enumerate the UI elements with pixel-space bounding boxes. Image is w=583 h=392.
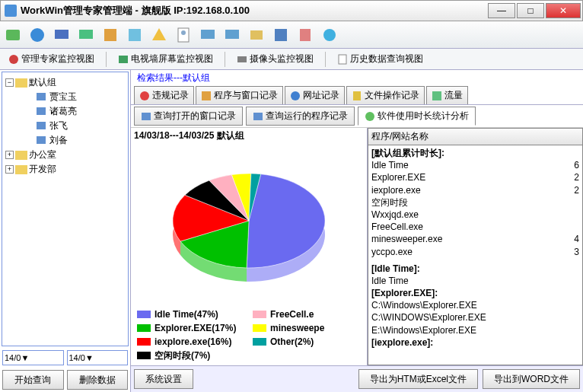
chart-header: 14/03/18---14/03/25 默认组 (131, 128, 367, 144)
list-item[interactable]: Wxxjqd.exe (371, 209, 579, 221)
tree-user[interactable]: 刘备 (5, 133, 125, 148)
search-result-label: 检索结果---默认组 (131, 70, 583, 86)
date-to-input[interactable]: 14/0▼ (67, 350, 129, 365)
list-item[interactable]: Idle Time (371, 275, 579, 287)
svg-point-1 (30, 28, 44, 42)
list-item[interactable]: 空闲时段 (371, 196, 579, 209)
tree-group-dev[interactable]: +开发部 (5, 162, 125, 177)
toolbar-icon-14[interactable] (320, 25, 339, 45)
list-item[interactable]: Explorer.EXE2 (371, 171, 579, 183)
delete-data-button[interactable]: 删除数据 (67, 370, 129, 390)
subtab-usage-stats[interactable]: 软件使用时长统计分析 (358, 107, 476, 126)
svg-rect-4 (104, 29, 116, 41)
separator (325, 52, 326, 67)
toolbar-icon-8[interactable] (174, 25, 193, 45)
list-item[interactable]: minesweeper.exe4 (371, 233, 579, 245)
svg-point-28 (291, 91, 300, 100)
list-group: [Explorer.EXE]: (371, 287, 579, 299)
toolbar-icon-2[interactable] (27, 25, 47, 45)
svg-point-26 (140, 91, 149, 100)
tab-violation[interactable]: 违规记录 (134, 86, 194, 104)
export-htm-excel-button[interactable]: 导出为HTM或Excel文件 (358, 369, 478, 389)
legend-item: Other(2%) (253, 335, 361, 349)
tree-group-default[interactable]: −默认组 (5, 75, 125, 90)
toolbar-icon-1[interactable] (3, 25, 23, 45)
svg-rect-23 (37, 136, 46, 144)
svg-marker-6 (152, 28, 166, 40)
list-item[interactable]: Idle Time6 (371, 159, 579, 171)
view-tab-monitor[interactable]: 管理专家监控视图 (3, 50, 100, 68)
toolbar-icon-9[interactable] (198, 25, 218, 45)
program-list[interactable]: [默认组累计时长]: Idle Time6 Explorer.EXE2 iexp… (368, 145, 583, 365)
list-item[interactable]: E:\Windows\Explorer.EXE (371, 324, 579, 336)
start-query-button[interactable]: 开始查询 (2, 370, 64, 390)
svg-point-15 (9, 55, 18, 64)
svg-rect-9 (201, 30, 215, 39)
view-tab-label: 历史数据查询视图 (350, 53, 423, 65)
svg-rect-3 (79, 30, 93, 39)
legend-item: minesweepe (253, 321, 361, 335)
subtab-window-records[interactable]: 查询打开的窗口记录 (134, 107, 243, 126)
toolbar-icon-4[interactable] (76, 25, 96, 45)
list-group: [默认组累计时长]: (371, 147, 579, 159)
view-tab-label: 摄像头监控视图 (250, 53, 314, 65)
chart-legend: Idle Time(47%)FreeCell.eExplorer.EXE(17%… (131, 304, 367, 365)
svg-point-8 (181, 30, 186, 35)
list-item[interactable]: FreeCell.exe (371, 221, 579, 233)
view-tab-camera[interactable]: 摄像头监控视图 (231, 50, 319, 68)
svg-point-14 (323, 29, 336, 41)
legend-item: Idle Time(47%) (137, 308, 245, 321)
view-tab-label: 电视墙屏幕监控视图 (131, 53, 213, 65)
list-group: [iexplore.exe]: (371, 336, 579, 349)
export-word-button[interactable]: 导出到WORD文件 (483, 369, 580, 389)
system-settings-button[interactable]: 系统设置 (134, 369, 193, 389)
main-toolbar (0, 21, 583, 49)
svg-rect-21 (37, 107, 46, 115)
tree-user[interactable]: 张飞 (5, 119, 125, 133)
toolbar-icon-6[interactable] (125, 25, 145, 45)
list-item[interactable]: C:\WINDOWS\Explorer.EXE (371, 311, 579, 323)
list-item[interactable]: yccpo.exe3 (371, 246, 579, 258)
window-title: WorkWin管理专家管理端 - 旗舰版 IP:192.168.0.100 (21, 4, 488, 18)
svg-rect-5 (129, 29, 141, 41)
toolbar-icon-5[interactable] (100, 25, 120, 45)
view-tab-wall[interactable]: 电视墙屏幕监控视图 (113, 50, 218, 68)
toolbar-icon-12[interactable] (271, 25, 291, 45)
tree-user[interactable]: 贾宝玉 (5, 90, 125, 104)
view-tab-history[interactable]: 历史数据查询视图 (332, 50, 428, 68)
separator (106, 52, 107, 67)
svg-rect-27 (202, 91, 211, 100)
tab-traffic[interactable]: 流量 (426, 86, 468, 104)
svg-rect-18 (339, 55, 346, 64)
svg-rect-17 (237, 56, 247, 62)
tab-file-ops[interactable]: 文件操作记录 (346, 86, 425, 104)
minimize-button[interactable]: — (488, 3, 515, 18)
list-item[interactable]: C:\Windows\Explorer.EXE (371, 299, 579, 311)
tree-group-office[interactable]: +办公室 (5, 148, 125, 162)
view-tab-label: 管理专家监控视图 (21, 53, 94, 65)
toolbar-icon-7[interactable] (149, 25, 169, 45)
svg-point-33 (365, 112, 374, 121)
svg-rect-19 (15, 78, 27, 88)
list-item[interactable]: iexplore.exe2 (371, 184, 579, 196)
date-from-input[interactable]: 14/0▼ (2, 350, 64, 365)
maximize-button[interactable]: □ (517, 3, 544, 18)
tab-program-window[interactable]: 程序与窗口记录 (196, 86, 283, 104)
toolbar-icon-13[interactable] (295, 25, 315, 45)
toolbar-icon-10[interactable] (222, 25, 242, 45)
toolbar-icon-3[interactable] (52, 25, 72, 45)
close-button[interactable]: ✕ (546, 3, 581, 18)
toolbar-icon-11[interactable] (247, 25, 266, 45)
svg-rect-2 (55, 30, 68, 39)
legend-item: FreeCell.e (253, 308, 361, 321)
svg-rect-10 (225, 30, 239, 39)
svg-rect-29 (353, 91, 361, 100)
group-tree[interactable]: −默认组 贾宝玉 诸葛亮 张飞 刘备 +办公室 +开发部 (2, 72, 129, 346)
tab-url[interactable]: 网址记录 (285, 86, 345, 104)
svg-rect-25 (15, 165, 27, 174)
svg-rect-22 (37, 122, 46, 129)
list-group: [Idle Time]: (371, 263, 579, 275)
subtab-program-records[interactable]: 查询运行的程序记录 (246, 107, 355, 126)
tree-user[interactable]: 诸葛亮 (5, 104, 125, 119)
list-header: 程序/网站名称 (368, 128, 583, 145)
